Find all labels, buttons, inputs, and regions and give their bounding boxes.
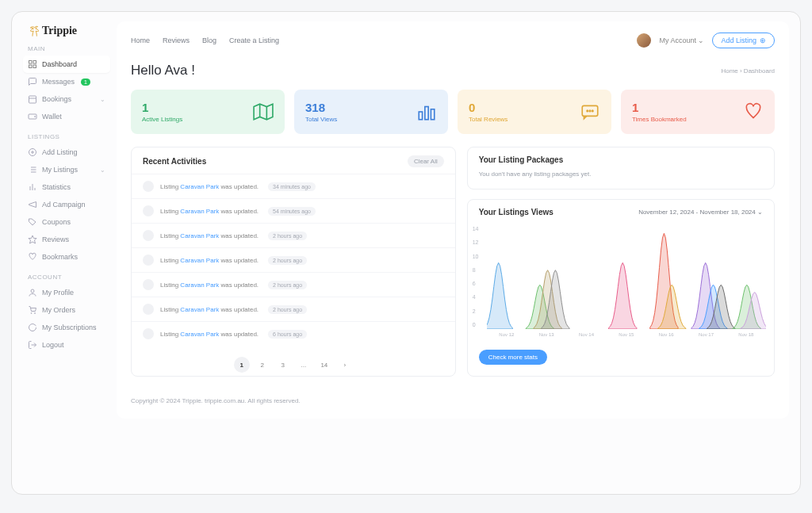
stat-cards: 1Active Listings 318Total Views 0Total R… bbox=[131, 90, 775, 134]
sidebar-item-ad-campaign[interactable]: Ad Campaign bbox=[23, 196, 110, 213]
svg-rect-0 bbox=[29, 61, 33, 64]
sidebar-item-label: Bookmarks bbox=[42, 253, 78, 261]
main-content: Home Reviews Blog Create a Listing My Ac… bbox=[117, 21, 789, 419]
stat-total-views: 318Total Views bbox=[294, 90, 448, 134]
section-main-label: MAIN bbox=[28, 45, 110, 52]
user-icon bbox=[28, 288, 37, 297]
packages-empty-text: You don't have any listing packages yet. bbox=[468, 170, 774, 189]
page-2[interactable]: 2 bbox=[255, 357, 270, 373]
sidebar-item-add-listing[interactable]: Add Listing bbox=[23, 144, 110, 161]
sidebar: Trippie MAIN Dashboard Messages 1 Bookin… bbox=[23, 21, 117, 419]
avatar[interactable] bbox=[637, 33, 651, 48]
sidebar-item-logout[interactable]: Logout bbox=[23, 336, 110, 354]
sidebar-item-label: Messages bbox=[42, 78, 75, 86]
crumb-home[interactable]: Home bbox=[721, 67, 737, 75]
nav-reviews[interactable]: Reviews bbox=[163, 36, 190, 44]
sidebar-item-bookmarks[interactable]: Bookmarks bbox=[23, 248, 110, 266]
sidebar-item-my-profile[interactable]: My Profile bbox=[23, 284, 110, 301]
svg-point-30 bbox=[589, 110, 591, 112]
page-last[interactable]: 14 bbox=[316, 357, 332, 373]
page-3[interactable]: 3 bbox=[275, 357, 291, 373]
panel-title: Your Listing Packages bbox=[479, 155, 564, 164]
sidebar-item-my-orders[interactable]: My Orders bbox=[23, 301, 110, 319]
sidebar-item-messages[interactable]: Messages 1 bbox=[23, 73, 110, 90]
calendar-icon bbox=[28, 94, 37, 104]
check-more-stats-button[interactable]: Check more stats bbox=[479, 350, 547, 365]
sidebar-item-wallet[interactable]: Wallet bbox=[23, 108, 110, 125]
svg-rect-27 bbox=[431, 109, 434, 120]
page-dots: ... bbox=[296, 357, 312, 373]
panel-title: Recent Activities bbox=[143, 157, 206, 166]
activity-row: Listing Caravan Park was updated.54 minu… bbox=[132, 198, 455, 223]
chart-icon bbox=[28, 182, 37, 192]
activity-time: 2 hours ago bbox=[268, 256, 307, 265]
listings-views-panel: Your Listings Views November 12, 2024 - … bbox=[467, 199, 775, 377]
activity-link[interactable]: Caravan Park bbox=[180, 208, 219, 215]
panel-title: Your Listings Views bbox=[479, 208, 553, 216]
activity-link[interactable]: Caravan Park bbox=[180, 331, 219, 338]
activity-link[interactable]: Caravan Park bbox=[180, 306, 219, 313]
messages-icon bbox=[28, 77, 37, 86]
breadcrumb: Home › Dashboard bbox=[721, 67, 775, 75]
sidebar-item-label: Wallet bbox=[42, 113, 62, 121]
date-range-picker[interactable]: November 12, 2024 - November 18, 2024 ⌄ bbox=[638, 209, 763, 216]
sidebar-item-label: My Subscriptions bbox=[42, 323, 97, 331]
nav-create-listing[interactable]: Create a Listing bbox=[229, 36, 279, 44]
nav-home[interactable]: Home bbox=[131, 36, 150, 44]
sidebar-item-reviews[interactable]: Reviews bbox=[23, 231, 110, 248]
chevron-down-icon: ⌄ bbox=[100, 167, 105, 174]
sidebar-item-my-listings[interactable]: My Listings ⌄ bbox=[23, 161, 110, 178]
activity-link[interactable]: Caravan Park bbox=[180, 281, 219, 289]
star-icon bbox=[28, 235, 37, 244]
stat-bookmarked: 1Times Bookmarked bbox=[621, 90, 775, 134]
topbar: Home Reviews Blog Create a Listing My Ac… bbox=[131, 21, 775, 58]
chart: 14121086420 Nov 12Nov 13Nov 14Nov 15Nov … bbox=[468, 223, 774, 350]
x-axis: Nov 12Nov 13Nov 14Nov 15Nov 16Nov 17Nov … bbox=[487, 331, 766, 337]
activity-dot-icon bbox=[143, 304, 154, 315]
sidebar-item-label: My Orders bbox=[42, 306, 75, 314]
sidebar-item-coupons[interactable]: Coupons bbox=[23, 213, 110, 231]
activity-dot-icon bbox=[143, 205, 154, 216]
wallet-icon bbox=[28, 112, 37, 121]
megaphone-icon bbox=[28, 200, 37, 209]
activity-row: Listing Caravan Park was updated.2 hours… bbox=[132, 247, 455, 272]
activity-time: 2 hours ago bbox=[268, 281, 307, 289]
sidebar-item-bookings[interactable]: Bookings ⌄ bbox=[23, 90, 110, 108]
page-next[interactable]: › bbox=[337, 357, 353, 373]
stat-label: Times Bookmarked bbox=[632, 116, 687, 123]
sidebar-item-statistics[interactable]: Statistics bbox=[23, 178, 110, 196]
svg-point-7 bbox=[35, 117, 36, 117]
footer-text: Copyright © 2024 Trippie. trippie.com.au… bbox=[131, 397, 775, 404]
activity-link[interactable]: Caravan Park bbox=[180, 257, 219, 264]
top-nav: Home Reviews Blog Create a Listing bbox=[131, 36, 279, 44]
activity-link[interactable]: Caravan Park bbox=[180, 183, 219, 190]
activity-dot-icon bbox=[143, 255, 154, 266]
page-1[interactable]: 1 bbox=[234, 357, 250, 373]
messages-badge: 1 bbox=[81, 78, 90, 86]
logo[interactable]: Trippie bbox=[26, 25, 110, 37]
sidebar-item-label: Add Listing bbox=[42, 148, 78, 156]
activity-time: 54 minutes ago bbox=[268, 207, 316, 216]
activity-row: Listing Caravan Park was updated.2 hours… bbox=[132, 297, 455, 321]
svg-rect-26 bbox=[425, 107, 428, 120]
activity-time: 2 hours ago bbox=[268, 305, 307, 314]
stat-value: 0 bbox=[469, 101, 508, 114]
account-dropdown[interactable]: My Account ⌄ bbox=[659, 36, 704, 44]
recent-activities-panel: Recent Activities Clear All Listing Cara… bbox=[131, 147, 456, 377]
stat-total-reviews: 0Total Reviews bbox=[458, 90, 611, 134]
map-icon bbox=[253, 101, 274, 122]
activity-dot-icon bbox=[143, 181, 154, 192]
chevron-down-icon: ⌄ bbox=[698, 36, 704, 44]
sidebar-item-dashboard[interactable]: Dashboard bbox=[23, 56, 110, 73]
clear-all-button[interactable]: Clear All bbox=[408, 155, 444, 167]
activity-row: Listing Caravan Park was updated.34 minu… bbox=[132, 174, 455, 198]
sidebar-item-label: My Profile bbox=[42, 289, 74, 297]
sidebar-item-label: My Listings bbox=[42, 166, 78, 174]
plus-circle-icon bbox=[28, 147, 37, 157]
dashboard-icon bbox=[28, 59, 37, 69]
nav-blog[interactable]: Blog bbox=[202, 36, 216, 44]
add-listing-button[interactable]: Add Listing⊕ bbox=[712, 33, 775, 48]
activity-link[interactable]: Caravan Park bbox=[180, 232, 219, 239]
svg-rect-1 bbox=[33, 61, 36, 64]
sidebar-item-my-subscriptions[interactable]: My Subscriptions bbox=[23, 319, 110, 336]
